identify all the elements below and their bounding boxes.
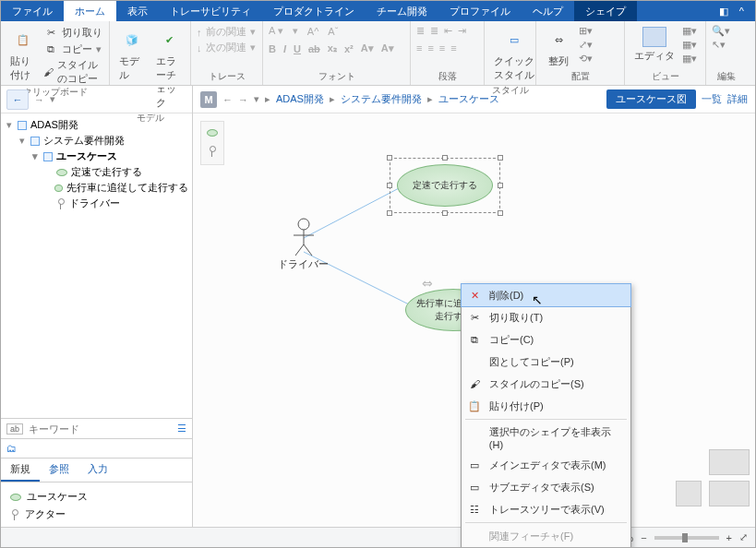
ctx-mainedit[interactable]: ▭メインエディタで表示(M)	[462, 454, 630, 476]
menu-team[interactable]: チーム開発	[366, 1, 438, 21]
tree-node-req[interactable]: ▾システム要件開発	[1, 133, 192, 149]
check-icon: ✔	[156, 27, 182, 53]
svg-line-6	[304, 244, 312, 256]
zoom-slider[interactable]	[654, 536, 719, 540]
zoom-out-button[interactable]: −	[641, 532, 646, 543]
context-menu: ✕削除(D) ✂切り取り(T) ⧉コピー(C) 図としてコピー(P) 🖌スタイル…	[461, 283, 631, 548]
package-icon	[30, 137, 40, 146]
minimap[interactable]	[676, 449, 750, 523]
paste-icon: 📋	[10, 27, 36, 53]
tree-node-uc[interactable]: ▾ユースケース	[1, 149, 192, 164]
view-list-link[interactable]: 一覧	[702, 92, 722, 106]
cut-button[interactable]: ✂切り取り	[43, 25, 103, 40]
menu-trace[interactable]: トレーサビリティ	[159, 1, 262, 21]
search-chip-icon[interactable]: ab	[6, 423, 23, 435]
view-usecase-button[interactable]: ユースケース図	[606, 89, 696, 109]
actor-icon	[10, 509, 19, 520]
find-button[interactable]: 🔍▾	[712, 25, 730, 37]
quickstyle-button[interactable]: ▭クイック スタイル	[490, 25, 538, 84]
ribbon-collapse-icon[interactable]: ^	[739, 6, 744, 17]
prev-relation-button[interactable]: ↑前の関連▾	[197, 25, 256, 39]
menu-help[interactable]: ヘルプ	[522, 1, 574, 21]
down-icon: ↓	[197, 42, 202, 54]
paste-label: 貼り付け	[10, 54, 36, 82]
model-chip[interactable]: M	[200, 91, 217, 108]
ctx-delete[interactable]: ✕削除(D)	[461, 283, 631, 307]
palette-actor[interactable]: アクター	[10, 506, 183, 523]
ctx-paste[interactable]: 📋貼り付け(P)	[462, 395, 630, 417]
model-button[interactable]: 🧊モデル	[115, 25, 149, 84]
scissors-icon: ✂	[43, 25, 58, 40]
tree-node-uc1[interactable]: 定速で走行する	[1, 164, 192, 180]
delete-icon: ✕	[467, 288, 482, 303]
ctx-cut[interactable]: ✂切り取り(T)	[462, 306, 630, 328]
nav-back-button[interactable]: ←	[6, 89, 29, 110]
view-detail-link[interactable]: 詳細	[727, 92, 748, 106]
copy-icon: ⧉	[467, 332, 482, 347]
palette-usecase[interactable]: ユースケース	[10, 488, 183, 506]
menu-profile[interactable]: プロファイル	[438, 1, 522, 21]
side-panel: ← → ▾ ▾ADAS開発 ▾システム要件開発 ▾ユースケース 定速で走行する …	[1, 86, 193, 529]
palette: ユースケース アクター	[1, 482, 192, 529]
breadcrumb: M ← → ▾ ▸ADAS開発 ▸システム要件開発 ▸ユースケース ユースケース…	[193, 86, 755, 113]
fit-button[interactable]: ⤢	[739, 531, 748, 543]
menu-file[interactable]: ファイル	[1, 1, 64, 21]
ctx-relatedfeature: 関連フィーチャ(F)	[462, 525, 630, 547]
tree-node-uc2[interactable]: 先行車に追従して走行する	[1, 180, 192, 196]
tab-new[interactable]: 新規	[1, 459, 40, 482]
model-icon: 🧊	[119, 27, 145, 53]
select-button[interactable]: ↖▾	[712, 39, 730, 51]
menu-display[interactable]: 表示	[116, 1, 159, 21]
tab-ref[interactable]: 参照	[40, 459, 78, 482]
align-icon: ⇔	[546, 27, 571, 53]
brush-icon: 🖌	[467, 376, 482, 391]
tree-node-root[interactable]: ▾ADAS開発	[1, 117, 192, 133]
quickstyle-icon: ▭	[501, 27, 527, 53]
svg-point-2	[298, 219, 309, 230]
menubar: ファイル ホーム 表示 トレーサビリティ プロダクトライン チーム開発 プロファ…	[1, 1, 755, 21]
group-para-label: 段落	[411, 70, 484, 85]
editor-button[interactable]: エディタ	[630, 25, 678, 65]
tree-node-actor[interactable]: ドライバー	[1, 196, 192, 211]
menu-home[interactable]: ホーム	[64, 1, 116, 21]
ctx-copyasimg[interactable]: 図としてコピー(P)	[462, 351, 630, 373]
copy-button[interactable]: ⧉コピー▾	[43, 42, 103, 56]
next-relation-button[interactable]: ↓次の関連▾	[197, 41, 256, 54]
group-trace-label: トレース	[191, 70, 262, 85]
scissors-icon: ✂	[467, 310, 482, 325]
align-button[interactable]: ⇔整列	[542, 25, 575, 70]
group-font-label: フォント	[263, 70, 410, 85]
ctx-hide[interactable]: 選択中のシェイプを非表示(H)	[462, 422, 630, 454]
ctx-tracetree[interactable]: ☷トレースツリーで表示(V)	[462, 498, 630, 520]
menu-product[interactable]: プロダクトライン	[262, 1, 366, 21]
crumb-3[interactable]: ユースケース	[438, 92, 499, 106]
brush-icon: 🖌	[43, 65, 54, 79]
paste-icon: 📋	[467, 399, 482, 413]
usecase-icon	[56, 169, 67, 176]
ctx-subedit[interactable]: ▭サブエディタで表示(S)	[462, 476, 630, 498]
group-edit-label: 編集	[706, 70, 747, 85]
nav-back-button[interactable]: ←	[222, 94, 233, 105]
search-input[interactable]	[29, 423, 172, 435]
filter-icon[interactable]: ☰	[177, 423, 186, 435]
crumb-1[interactable]: ADAS開発	[276, 92, 324, 106]
ctx-copystyle[interactable]: 🖌スタイルのコピー(S)	[462, 373, 630, 395]
paste-button[interactable]: 📋 貼り付け	[6, 25, 40, 84]
tab-input[interactable]: 入力	[78, 459, 117, 482]
package-icon	[18, 121, 27, 130]
window-popout-icon[interactable]: ◧	[719, 6, 728, 18]
nav-fwd-button[interactable]: →	[34, 94, 44, 105]
shape-actor[interactable]: ドライバー	[278, 217, 329, 271]
window-icon: ▭	[467, 480, 482, 494]
svg-line-5	[295, 244, 304, 256]
actor-glyph	[290, 217, 318, 257]
usecase-icon	[10, 494, 21, 501]
panel-settings-icon[interactable]: 🗂	[6, 443, 17, 454]
shape-usecase-1[interactable]: 定速で走行する	[397, 164, 493, 207]
menu-shape[interactable]: シェイプ	[574, 1, 637, 21]
zoom-in-button[interactable]: +	[726, 532, 732, 543]
stylecopy-button[interactable]: 🖌スタイルのコピー	[43, 58, 103, 86]
crumb-2[interactable]: システム要件開発	[341, 92, 422, 106]
nav-fwd-button[interactable]: →	[238, 94, 248, 105]
ctx-copy[interactable]: ⧉コピー(C)	[462, 328, 630, 351]
